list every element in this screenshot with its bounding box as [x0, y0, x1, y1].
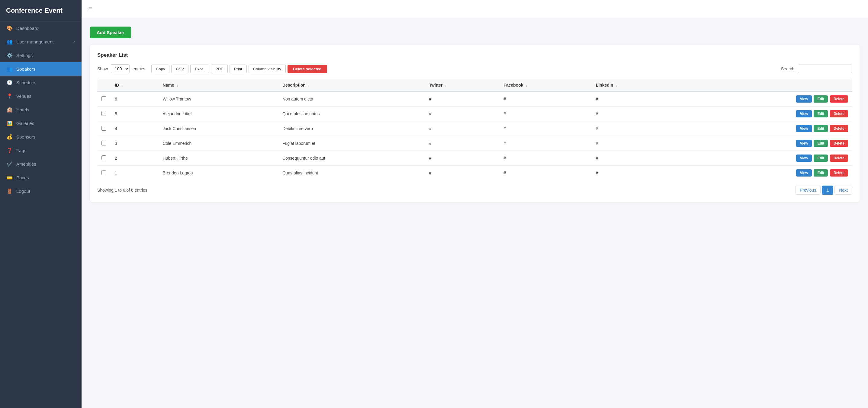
- copy-button[interactable]: Copy: [151, 65, 169, 73]
- row-linkedin: #: [592, 151, 677, 166]
- row-linkedin: #: [592, 121, 677, 136]
- row-twitter: #: [425, 136, 499, 151]
- sidebar-item-prices[interactable]: 💳 Prices: [0, 171, 82, 184]
- row-facebook: #: [499, 121, 592, 136]
- add-speaker-button[interactable]: Add Speaker: [90, 27, 131, 38]
- excel-button[interactable]: Excel: [190, 65, 209, 73]
- sidebar-item-sponsors[interactable]: 💰 Sponsors: [0, 130, 82, 144]
- edit-button[interactable]: Edit: [814, 155, 828, 162]
- view-button[interactable]: View: [796, 155, 811, 162]
- row-actions: View Edit Delete: [677, 166, 852, 180]
- table-header-description[interactable]: Description ↕: [278, 79, 425, 92]
- edit-button[interactable]: Edit: [814, 95, 828, 103]
- row-id: 3: [111, 136, 159, 151]
- row-facebook: #: [499, 106, 592, 121]
- row-linkedin: #: [592, 136, 677, 151]
- search-input[interactable]: [798, 65, 852, 73]
- table-header-actions: [677, 79, 852, 92]
- sidebar-item-venues[interactable]: 📍 Venues: [0, 89, 82, 103]
- row-actions: View Edit Delete: [677, 106, 852, 121]
- next-button[interactable]: Next: [835, 185, 852, 195]
- view-button[interactable]: View: [796, 110, 811, 117]
- print-button[interactable]: Print: [229, 65, 247, 73]
- dashboard-icon: 🎨: [7, 25, 13, 31]
- sidebar-item-label: Schedule: [16, 80, 35, 85]
- row-checkbox[interactable]: [101, 111, 106, 116]
- row-description: Non autem dicta: [278, 92, 425, 106]
- row-id: 4: [111, 121, 159, 136]
- settings-icon: ⚙️: [7, 53, 13, 58]
- sidebar-item-hotels[interactable]: 🏨 Hotels: [0, 103, 82, 116]
- row-actions: View Edit Delete: [677, 136, 852, 151]
- edit-button[interactable]: Edit: [814, 110, 828, 117]
- row-checkbox[interactable]: [101, 96, 106, 101]
- sidebar-item-schedule[interactable]: 🕐 Schedule: [0, 76, 82, 89]
- delete-button[interactable]: Delete: [830, 169, 848, 176]
- sidebar-item-label: Logout: [16, 189, 30, 194]
- sidebar-item-label: Hotels: [16, 107, 29, 112]
- table-header-facebook[interactable]: Facebook ↕: [499, 79, 592, 92]
- row-name: Alejandrin Littel: [159, 106, 278, 121]
- delete-button[interactable]: Delete: [830, 110, 848, 117]
- delete-button[interactable]: Delete: [830, 125, 848, 132]
- previous-button[interactable]: Previous: [795, 185, 820, 195]
- table-header-name[interactable]: Name ↕: [159, 79, 278, 92]
- delete-button[interactable]: Delete: [830, 140, 848, 147]
- hamburger-icon[interactable]: ≡: [89, 5, 92, 12]
- delete-button[interactable]: Delete: [830, 155, 848, 162]
- amenities-icon: ✔️: [7, 161, 13, 167]
- row-facebook: #: [499, 166, 592, 180]
- sidebar-item-logout[interactable]: 🚪 Logout: [0, 184, 82, 198]
- main-content: ≡ Add Speaker Speaker List Show 100 25 5…: [82, 0, 868, 408]
- csv-button[interactable]: CSV: [171, 65, 188, 73]
- row-checkbox-cell: [97, 106, 111, 121]
- faqs-icon: ❓: [7, 147, 13, 153]
- row-name: Brenden Legros: [159, 166, 278, 180]
- sidebar-item-galleries[interactable]: 🖼️ Galleries: [0, 116, 82, 130]
- entries-select[interactable]: 100 25 50: [111, 64, 130, 73]
- view-button[interactable]: View: [796, 125, 811, 132]
- sidebar-item-label: Amenities: [16, 162, 36, 167]
- sidebar-item-label: Prices: [16, 175, 29, 180]
- view-button[interactable]: View: [796, 140, 811, 147]
- row-actions: View Edit Delete: [677, 151, 852, 166]
- edit-button[interactable]: Edit: [814, 169, 828, 176]
- row-twitter: #: [425, 106, 499, 121]
- edit-button[interactable]: Edit: [814, 125, 828, 132]
- search-label: Search:: [781, 66, 796, 71]
- table-row: 2 Hubert Hirthe Consequuntur odio aut # …: [97, 151, 852, 166]
- column-visibility-button[interactable]: Column visibility: [249, 65, 286, 73]
- pdf-button[interactable]: PDF: [211, 65, 228, 73]
- sidebar-item-dashboard[interactable]: 🎨 Dashboard: [0, 22, 82, 35]
- sidebar-item-user-management[interactable]: 👥 User management ‹: [0, 35, 82, 48]
- row-id: 6: [111, 92, 159, 106]
- sidebar-item-faqs[interactable]: ❓ Faqs: [0, 144, 82, 157]
- table-header-linkedin[interactable]: LinkedIn ↕: [592, 79, 677, 92]
- sidebar-item-label: Galleries: [16, 121, 34, 126]
- row-checkbox[interactable]: [101, 126, 106, 131]
- row-checkbox[interactable]: [101, 156, 106, 160]
- row-name: Jack Christiansen: [159, 121, 278, 136]
- sidebar-item-speakers[interactable]: 👥 Speakers: [0, 62, 82, 76]
- row-twitter: #: [425, 92, 499, 106]
- delete-button[interactable]: Delete: [830, 95, 848, 103]
- row-facebook: #: [499, 92, 592, 106]
- row-checkbox[interactable]: [101, 141, 106, 145]
- view-button[interactable]: View: [796, 169, 811, 176]
- table-header-twitter[interactable]: Twitter ↕: [425, 79, 499, 92]
- sidebar-item-settings[interactable]: ⚙️ Settings: [0, 48, 82, 62]
- delete-selected-button[interactable]: Delete selected: [287, 65, 327, 73]
- logout-icon: 🚪: [7, 188, 13, 194]
- sidebar: Conference Event 🎨 Dashboard 👥 User mana…: [0, 0, 82, 408]
- row-facebook: #: [499, 151, 592, 166]
- table-header-id[interactable]: ID ↕: [111, 79, 159, 92]
- row-checkbox[interactable]: [101, 170, 106, 175]
- sidebar-item-amenities[interactable]: ✔️ Amenities: [0, 157, 82, 171]
- page-1-button[interactable]: 1: [822, 185, 833, 195]
- view-button[interactable]: View: [796, 95, 811, 103]
- row-name: Willow Trantow: [159, 92, 278, 106]
- row-id: 5: [111, 106, 159, 121]
- table-row: 6 Willow Trantow Non autem dicta # # # V…: [97, 92, 852, 106]
- table-toolbar: Show 100 25 50 entries Copy CSV Excel PD…: [97, 64, 852, 73]
- edit-button[interactable]: Edit: [814, 140, 828, 147]
